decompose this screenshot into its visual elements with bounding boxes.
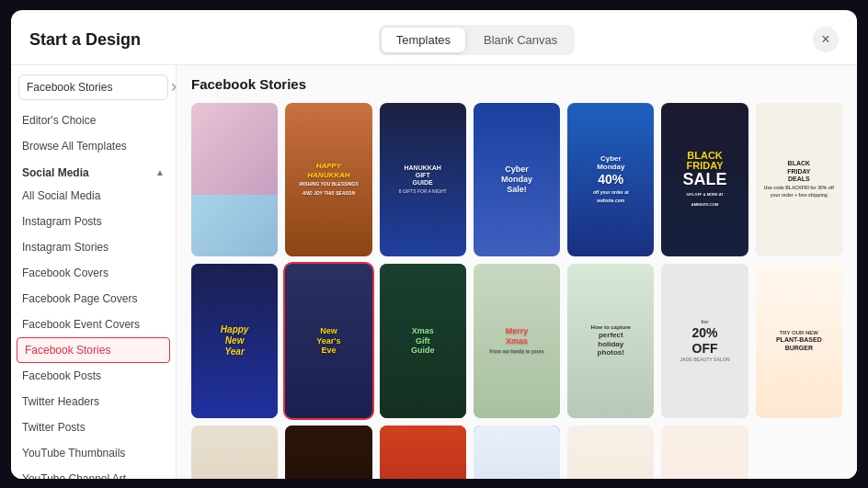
template-card[interactable]: CELEBRATENATIONALCAT DAY <box>661 426 748 479</box>
template-card[interactable]: How to captureperfectholidayphotos! <box>567 264 654 418</box>
sidebar-item-editors-choice[interactable]: Editor's Choice <box>11 108 176 133</box>
social-media-label: Social Media <box>22 166 89 179</box>
clear-icon[interactable]: ✕ <box>170 81 177 94</box>
sidebar-item-twitter-headers[interactable]: Twitter Headers <box>11 389 176 414</box>
section-title: Facebook Stories <box>191 76 842 92</box>
modal-tabs: Templates Blank Canvas <box>379 25 575 55</box>
template-card[interactable]: TRY OUR NEWPLANT-BASEDBURGER <box>756 264 842 418</box>
templates-grid: HAPPYHANUKKAHWISHING YOU BLESSINGSAND JO… <box>191 103 842 479</box>
template-card[interactable] <box>191 103 278 257</box>
sidebar-item-facebook-covers[interactable]: Facebook Covers <box>11 260 176 286</box>
sidebar-item-instagram-posts[interactable]: Instagram Posts <box>11 209 176 234</box>
template-card[interactable]: for20%OFFJADE BEAUTY SALON <box>661 264 748 418</box>
close-button[interactable]: × <box>813 27 839 52</box>
start-design-modal: Start a Design Templates Blank Canvas × … <box>11 10 857 479</box>
template-card[interactable]: BLACKFRIDAYSALE50% OFF & MORE ATAMBISITE… <box>661 103 748 257</box>
modal-body: ✕ 🔍 Editor's Choice Browse All Templates… <box>11 65 857 479</box>
template-card[interactable]: MerryXmasFrom our family to yours <box>474 264 560 418</box>
modal-title: Start a Design <box>29 30 141 50</box>
social-media-section[interactable]: Social Media ▲ <box>11 159 176 183</box>
template-card[interactable]: CyberMondaySale! <box>474 103 560 257</box>
template-card[interactable]: CyberMonday40%off your order atwebsite.c… <box>567 103 654 257</box>
tab-blank-canvas[interactable]: Blank Canvas <box>469 28 572 52</box>
sidebar-item-facebook-page-covers[interactable]: Facebook Page Covers <box>11 286 176 312</box>
tab-templates[interactable]: Templates <box>382 28 465 52</box>
sidebar-item-youtube-thumbnails[interactable]: YouTube Thumbnails <box>11 440 176 466</box>
template-card[interactable]: NewYear'sEve <box>285 264 371 418</box>
sidebar-item-twitter-posts[interactable]: Twitter Posts <box>11 414 176 440</box>
sidebar: ✕ 🔍 Editor's Choice Browse All Templates… <box>11 65 177 479</box>
sidebar-item-instagram-stories[interactable]: Instagram Stories <box>11 234 176 260</box>
modal-header: Start a Design Templates Blank Canvas × <box>11 10 857 65</box>
sidebar-item-browse-all[interactable]: Browse All Templates <box>11 133 176 159</box>
sidebar-item-youtube-channel-art[interactable]: YouTube Channel Art <box>11 466 176 479</box>
template-card[interactable]: HANUKKAHGIFTGUIDE8 GIFTS FOR A NIGHT <box>380 103 466 257</box>
template-card[interactable]: THANK YOUFOR10 <box>474 426 560 479</box>
template-card[interactable]: SEASONAL <box>191 426 278 479</box>
main-content: Facebook Stories HAPPYHANUKKAHWISHING YO… <box>177 65 857 479</box>
template-card[interactable]: HappyNewYear <box>191 264 278 418</box>
template-card[interactable]: GREATTHINGSNEVERCOMEFROM <box>285 426 371 479</box>
sidebar-item-facebook-event-covers[interactable]: Facebook Event Covers <box>11 312 176 337</box>
template-card[interactable]: Mother'sDaySpecialFLOWERS & MORE <box>567 426 654 479</box>
chevron-up-icon: ▲ <box>155 167 165 177</box>
modal-overlay: Start a Design Templates Blank Canvas × … <box>0 0 868 488</box>
template-card[interactable]: WASH <box>380 426 466 479</box>
sidebar-item-facebook-posts[interactable]: Facebook Posts <box>11 363 176 389</box>
template-card[interactable]: BLACKFRIDAYDEALSUse code BLACKFRI for 30… <box>756 103 842 257</box>
sidebar-item-all-social[interactable]: All Social Media <box>11 183 176 209</box>
sidebar-item-facebook-stories[interactable]: Facebook Stories <box>17 337 170 363</box>
search-input[interactable] <box>27 81 165 94</box>
template-card[interactable]: HAPPYHANUKKAHWISHING YOU BLESSINGSAND JO… <box>285 103 371 257</box>
search-bar: ✕ 🔍 <box>18 74 168 100</box>
template-card[interactable]: XmasGiftGuide <box>380 264 466 418</box>
